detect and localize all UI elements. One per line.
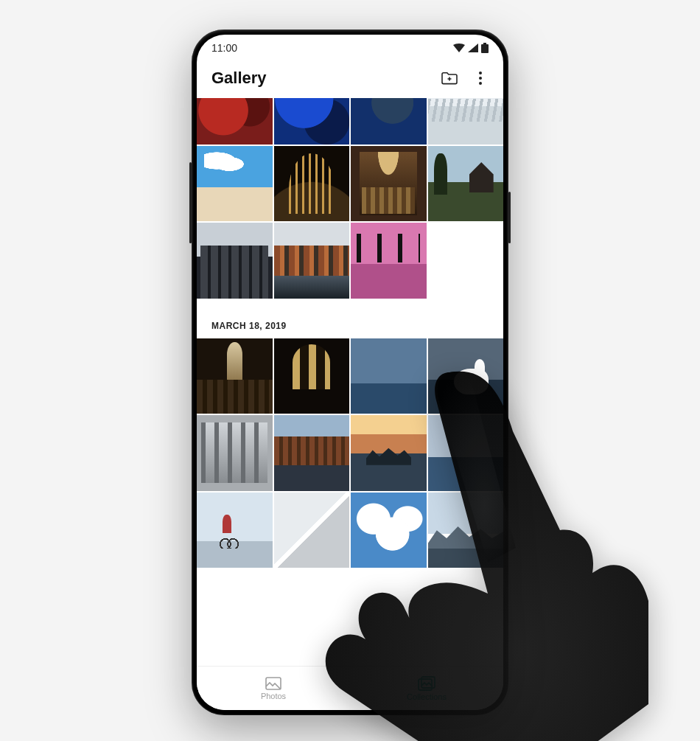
photo-thumb[interactable] bbox=[274, 493, 350, 568]
photo-thumb[interactable] bbox=[351, 146, 427, 222]
photo-grid bbox=[197, 338, 503, 568]
photo-thumb[interactable] bbox=[274, 223, 350, 299]
photo-thumb[interactable] bbox=[351, 338, 427, 414]
nav-photos-label: Photos bbox=[261, 692, 286, 700]
new-folder-button[interactable] bbox=[441, 70, 458, 86]
photo-thumb[interactable] bbox=[197, 98, 273, 145]
svg-rect-1 bbox=[483, 43, 486, 44]
more-vert-icon bbox=[479, 72, 482, 85]
photo-thumb[interactable] bbox=[274, 146, 350, 222]
photo-thumb[interactable] bbox=[428, 98, 504, 145]
screen: 11:00 Gallery bbox=[197, 35, 503, 710]
photo-thumb[interactable] bbox=[351, 223, 427, 299]
nav-collections-label: Collections bbox=[407, 692, 447, 701]
power-button bbox=[508, 192, 511, 243]
photo-thumb[interactable] bbox=[197, 223, 273, 299]
more-button[interactable] bbox=[472, 70, 489, 86]
status-icons bbox=[453, 43, 489, 53]
photo-thumb[interactable] bbox=[428, 146, 504, 222]
page-title: Gallery bbox=[211, 69, 267, 88]
photo-thumb[interactable] bbox=[428, 415, 504, 491]
photo-thumb[interactable] bbox=[428, 493, 504, 568]
photo-thumb[interactable] bbox=[274, 338, 350, 414]
signal-icon bbox=[468, 44, 478, 52]
photo-thumb[interactable] bbox=[351, 98, 427, 145]
photo-thumb[interactable] bbox=[197, 415, 273, 491]
photo-thumb[interactable] bbox=[197, 338, 273, 414]
svg-point-4 bbox=[479, 82, 482, 85]
photo-thumb[interactable] bbox=[351, 493, 427, 568]
phone-frame: 11:00 Gallery bbox=[192, 29, 508, 715]
photo-grid bbox=[197, 98, 503, 299]
svg-point-2 bbox=[479, 72, 482, 74]
volume-rocker bbox=[189, 162, 192, 243]
new-folder-icon bbox=[441, 72, 458, 85]
photo-thumb[interactable] bbox=[351, 415, 427, 491]
gallery-scroll[interactable]: MARCH 18, 2019 bbox=[197, 98, 503, 666]
battery-icon bbox=[481, 43, 489, 53]
photo-thumb[interactable] bbox=[274, 415, 350, 491]
status-bar: 11:00 bbox=[197, 35, 503, 55]
svg-rect-0 bbox=[481, 44, 489, 53]
empty-cell bbox=[428, 223, 504, 299]
status-time: 11:00 bbox=[211, 42, 237, 54]
photos-icon bbox=[265, 677, 281, 690]
app-header: Gallery bbox=[197, 55, 503, 98]
nav-photos[interactable]: Photos bbox=[197, 667, 350, 710]
photo-thumb[interactable] bbox=[197, 493, 273, 568]
svg-point-3 bbox=[479, 77, 482, 80]
photo-thumb[interactable] bbox=[428, 338, 504, 414]
nav-collections[interactable]: Collections bbox=[350, 667, 503, 710]
photo-thumb[interactable] bbox=[197, 146, 273, 222]
photo-thumb[interactable] bbox=[274, 98, 350, 145]
section-date-label: MARCH 18, 2019 bbox=[197, 299, 503, 338]
bottom-nav: Photos Collections bbox=[197, 666, 503, 710]
wifi-icon bbox=[453, 44, 465, 52]
collections-icon bbox=[418, 676, 435, 691]
